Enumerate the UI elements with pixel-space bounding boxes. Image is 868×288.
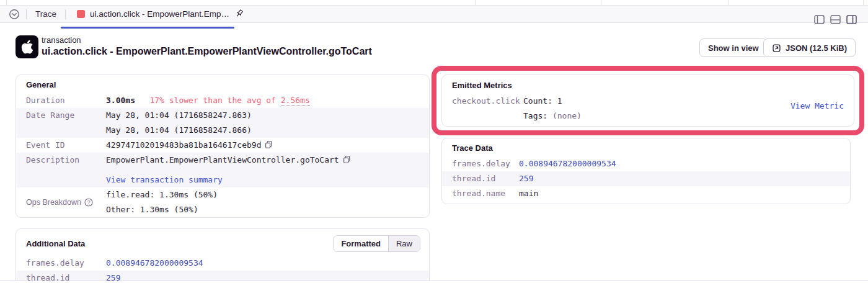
duration-key: Duration [16,93,106,108]
metric-tags-label: Tags: [523,111,552,120]
description-row: Description EmpowerPlant.EmpowerPlantVie… [16,153,429,187]
additional-frames-delay-value: 0.008946782000009534 [106,256,429,271]
question-circle-icon[interactable]: ? [84,198,93,207]
date-range-end: May 28, 01:04 (1716858247.866) [106,123,429,138]
trace-thread-name-key: thread.name [442,186,519,201]
dock-left-icon[interactable] [814,15,825,24]
ops-breakdown-value: file.read: 1.30ms (50%) Other: 1.30ms (5… [106,187,429,217]
trace-frames-delay-value: 0.008946782000009534 [519,156,850,171]
description-key: Description [16,153,106,168]
ops-breakdown-key: Ops Breakdown? [16,195,106,210]
background-table-edge [0,0,868,5]
duration-comparison: 17% slower than the avg of [149,96,280,105]
table-row: frames.delay 0.008946782000009534 [442,156,850,171]
dock-right-icon[interactable] [846,15,857,24]
event-type-label: transaction [42,35,81,45]
drawer-tab-bar: Trace ui.action.click - EmpowerPlant.Emp… [0,5,868,23]
trace-frames-delay-key: frames.delay [442,156,519,171]
raw-toggle-button[interactable]: Raw [389,236,420,251]
general-section: General Duration 3.00ms 17% slower than … [16,74,430,218]
page-title: ui.action.click - EmpowerPlant.EmpowerPl… [42,46,372,57]
active-tab-underline [61,27,234,29]
additional-frames-delay-key: frames.delay [16,256,106,271]
ops-breakdown-label: Ops Breakdown [26,198,81,207]
date-range-key: Date Range [16,108,106,123]
duration-ms: 3.00ms [106,96,135,105]
table-row: frames.delay 0.008946782000009534 [16,256,429,271]
metric-count-label: Count: [523,96,557,106]
metric-details: Count: 1 Tags: (none) [523,94,582,124]
table-column-divider [601,0,601,5]
metric-tags-value: (none) [552,111,582,120]
table-column-divider [863,0,864,5]
show-in-view-label: Show in view [708,43,759,53]
duration-average[interactable]: 2.56ms [281,96,310,106]
svg-text:?: ? [87,199,91,205]
duration-row: Duration 3.00ms 17% slower than the avg … [16,93,429,108]
description-value: EmpowerPlant.EmpowerPlantViewController.… [106,153,429,187]
additional-data-section: Additional Data Formatted Raw frames.del… [16,228,430,288]
json-download-button[interactable]: JSON (12.5 KiB) [763,38,856,57]
duration-value: 3.00ms 17% slower than the avg of 2.56ms [106,93,429,108]
span-detail-drawer: Trace ui.action.click - EmpowerPlant.Emp… [0,0,868,288]
emitted-metrics-title: Emitted Metrics [442,75,854,94]
view-metric-link[interactable]: View Metric [790,101,844,110]
trace-data-title: Trace Data [442,138,850,156]
table-column-divider [728,0,728,5]
dock-bottom-icon[interactable] [830,15,841,24]
tab-trace[interactable]: Trace [33,9,59,19]
json-button-label: JSON (12.5 KiB) [786,43,847,53]
trace-thread-name-value: main [519,186,850,201]
formatted-toggle-button[interactable]: Formatted [334,236,389,251]
viewport-bottom-edge [0,281,868,288]
pin-tab-icon[interactable] [234,9,245,19]
ops-breakdown-line2: Other: 1.30ms (50%) [106,202,429,217]
active-tab-label: ui.action.click - EmpowerPlant.Emp… [90,9,229,19]
format-toggle: Formatted Raw [333,235,420,252]
emitted-metric-row: checkout.click Count: 1 Tags: (none) Vie… [442,94,854,124]
ops-breakdown-row: Ops Breakdown? file.read: 1.30ms (50%) O… [16,187,429,217]
date-range-value: May 28, 01:04 (1716858247.863) May 28, 0… [106,108,429,138]
table-row: thread.id 259 [442,171,850,186]
event-id-hash: 429747102019483ba81ba164617ceb9d [106,140,261,150]
table-row: thread.name main [442,186,850,201]
collapse-drawer-icon[interactable] [9,9,20,20]
tab-active-transaction[interactable]: ui.action.click - EmpowerPlant.Emp… [72,6,250,22]
tab-divider [65,9,66,19]
show-in-view-button[interactable]: Show in view [699,38,768,57]
date-range-start: May 28, 01:04 (1716858247.863) [106,108,429,123]
copy-icon[interactable] [342,155,351,164]
tab-divider [26,9,27,19]
trace-thread-id-key: thread.id [442,171,519,186]
table-column-divider [475,0,476,5]
date-range-row: Date Range May 28, 01:04 (1716858247.863… [16,108,429,138]
transaction-type-icon [77,10,85,18]
emitted-metrics-section: Emitted Metrics checkout.click Count: 1 … [441,74,854,127]
view-transaction-summary-link[interactable]: View transaction summary [106,175,223,184]
platform-apple-icon [16,35,38,58]
ops-breakdown-line1: file.read: 1.30ms (50%) [106,187,429,202]
copy-icon[interactable] [264,140,273,149]
trace-data-section: Trace Data frames.delay 0.00894678200000… [441,138,851,204]
table-column-divider [6,0,7,5]
event-id-value: 429747102019483ba81ba164617ceb9d [106,138,429,153]
event-id-key: Event ID [16,138,106,153]
metric-count-value: 1 [557,96,562,106]
metric-name: checkout.click [452,94,523,109]
general-title: General [16,75,429,93]
description-text: EmpowerPlant.EmpowerPlantViewController.… [106,155,339,164]
event-id-row: Event ID 429747102019483ba81ba164617ceb9… [16,138,429,153]
external-link-icon [772,43,781,53]
trace-thread-id-value: 259 [519,171,850,186]
